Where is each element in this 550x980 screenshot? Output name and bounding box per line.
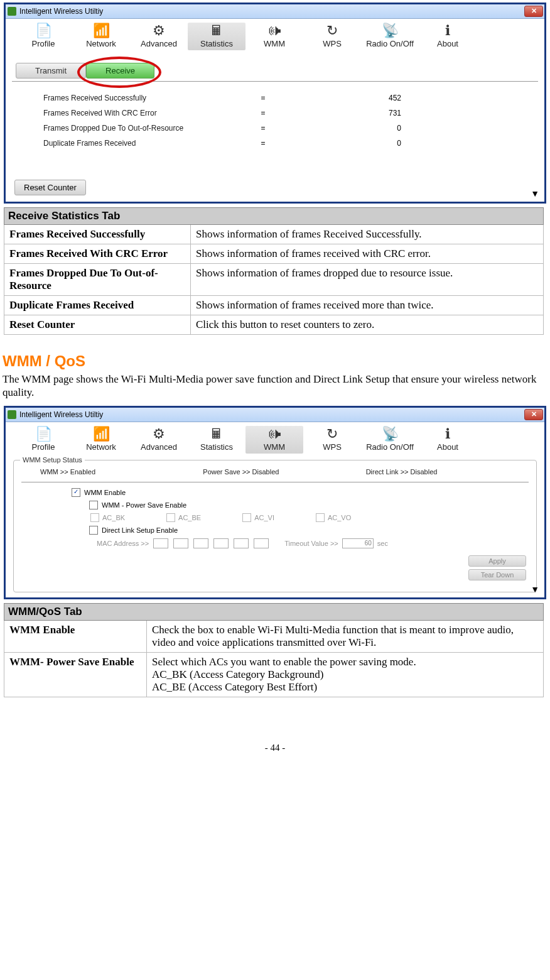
ac-row: AC_BKAC_BEAC_VIAC_VO [21,511,529,524]
reset-counter-button[interactable]: Reset Counter [14,180,86,195]
timeout-field[interactable]: 60 [342,538,374,548]
checkbox-wmm-enable[interactable]: WMM Enable [21,486,529,499]
toolbar-profile[interactable]: 📄Profile [14,23,72,50]
toolbar-label: WPS [323,39,342,48]
advanced-icon: ⚙ [149,23,168,39]
toolbar-label: WPS [323,442,342,452]
checkbox-directlink-enable[interactable]: Direct Link Setup Enable [21,524,529,536]
table-header: WMM/QoS Tab [4,603,544,620]
expand-icon[interactable]: ▼ [531,585,539,595]
def-cell: Shows information of frames Received Suc… [191,225,544,244]
mac-address-row: MAC Address >> Timeout Value >> 60 sec [21,536,529,550]
toolbar-about[interactable]: ℹAbout [419,426,477,454]
stat-row: Frames Received With CRC Error=731 [43,106,507,121]
toolbar-radioonoff[interactable]: 📡Radio On/Off [361,23,419,50]
checkbox-icon[interactable] [72,488,80,497]
toolbar-wmm[interactable]: 🕪WMM [245,23,303,50]
toolbar: 📄Profile📶Network⚙Advanced🖩Statistics🕪WMM… [6,19,544,53]
def-cell: Shows information of frames received mor… [191,296,544,315]
wmm-icon: 🕪 [265,23,284,39]
wps-icon: ↻ [323,426,342,442]
status-line: WMM >> Enabled Power Save >> Disabled Di… [40,468,529,476]
toolbar-network[interactable]: 📶Network [72,426,130,454]
mac-field[interactable] [193,538,208,548]
network-icon: 📶 [92,426,111,442]
mac-field[interactable] [254,538,269,548]
checkbox-icon[interactable] [90,513,99,522]
toolbar-label: WMM [264,442,285,452]
profile-icon: 📄 [34,426,53,442]
section-heading-wmm: WMM / QoS [3,352,547,370]
toolbar-label: About [437,442,458,452]
checkbox-powersave-enable[interactable]: WMM - Power Save Enable [21,499,529,511]
toolbar-wps[interactable]: ↻WPS [303,426,361,454]
titlebar: Intelligent Wireless Utiltiy ✕ [6,4,544,19]
stat-label: Frames Received Successfully [43,94,251,102]
toolbar-label: Radio On/Off [366,442,414,452]
radio-icon: 📡 [380,23,399,39]
network-icon: 📶 [92,23,111,39]
app-window-statistics: Intelligent Wireless Utiltiy ✕ 📄Profile📶… [4,3,546,204]
status-directlink: Direct Link >> Disabled [366,468,529,476]
checkbox-ac_vi[interactable]: AC_VI [242,513,274,522]
table-row: Frames Dropped Due To Out-of-ResourceSho… [4,264,544,296]
checkbox-icon[interactable] [89,526,98,535]
close-icon[interactable]: ✕ [524,6,543,17]
toolbar-advanced[interactable]: ⚙Advanced [130,23,188,50]
toolbar-statistics[interactable]: 🖩Statistics [188,426,245,454]
toolbar-wps[interactable]: ↻WPS [303,23,361,50]
window-title: Intelligent Wireless Utiltiy [19,410,103,419]
apply-button[interactable]: Apply [468,555,526,567]
stat-label: Duplicate Frames Received [43,139,251,148]
term-cell: Frames Received With CRC Error [4,244,191,264]
status-wmm: WMM >> Enabled [40,468,203,476]
tab-transmit[interactable]: Transmit [16,63,86,79]
checkbox-icon[interactable] [166,513,175,522]
mac-field[interactable] [153,538,168,548]
toolbar-advanced[interactable]: ⚙Advanced [130,426,188,454]
tab-receive[interactable]: Receive [86,63,154,79]
titlebar: Intelligent Wireless Utiltiy ✕ [6,408,544,422]
toolbar-label: About [437,39,458,48]
checkbox-icon[interactable] [242,513,251,522]
close-icon[interactable]: ✕ [524,409,543,420]
def-cell: Select which ACs you want to enable the … [147,652,544,697]
checkbox-ac_be[interactable]: AC_BE [166,513,201,522]
checkbox-ac_vo[interactable]: AC_VO [316,513,351,522]
stat-row: Frames Received Successfully=452 [43,90,507,106]
stat-value: 731 [276,109,401,117]
checkbox-icon[interactable] [316,513,325,522]
expand-icon[interactable]: ▼ [531,189,539,199]
subtab-row: Transmit Receive [6,53,544,79]
window-title: Intelligent Wireless Utiltiy [19,7,103,16]
toolbar-label: Advanced [141,39,177,48]
toolbar-profile[interactable]: 📄Profile [14,426,72,454]
mac-field[interactable] [213,538,229,548]
wmm-setup-group: WMM Setup Status WMM >> Enabled Power Sa… [13,460,537,592]
statistics-list: Frames Received Successfully=452Frames R… [6,82,544,170]
toolbar-radioonoff[interactable]: 📡Radio On/Off [361,426,419,454]
stat-value: 0 [276,124,401,133]
term-cell: Duplicate Frames Received [4,296,191,315]
advanced-icon: ⚙ [149,426,168,442]
toolbar-label: Network [86,442,116,452]
checkbox-ac_bk[interactable]: AC_BK [90,513,125,522]
toolbar-label: Statistics [200,39,233,48]
teardown-button[interactable]: Tear Down [468,569,526,580]
def-cell: Check the box to enable Wi-Fi Multi-Medi… [147,620,544,652]
toolbar-wmm[interactable]: 🕪WMM [245,426,303,454]
checkbox-icon[interactable] [89,501,98,509]
mac-field[interactable] [173,538,188,548]
app-icon [8,410,16,419]
toolbar-network[interactable]: 📶Network [72,23,130,50]
stat-value: 452 [276,94,401,102]
toolbar-statistics[interactable]: 🖩Statistics [188,23,245,50]
profile-icon: 📄 [34,23,53,39]
mac-field[interactable] [234,538,249,548]
radio-icon: 📡 [380,426,399,442]
toolbar-about[interactable]: ℹAbout [419,23,477,50]
toolbar-label: Radio On/Off [366,39,414,48]
status-powersave: Power Save >> Disabled [203,468,365,476]
term-cell: WMM Enable [4,620,147,652]
wmm-qos-table: WMM/QoS Tab WMM EnableCheck the box to e… [4,603,544,697]
